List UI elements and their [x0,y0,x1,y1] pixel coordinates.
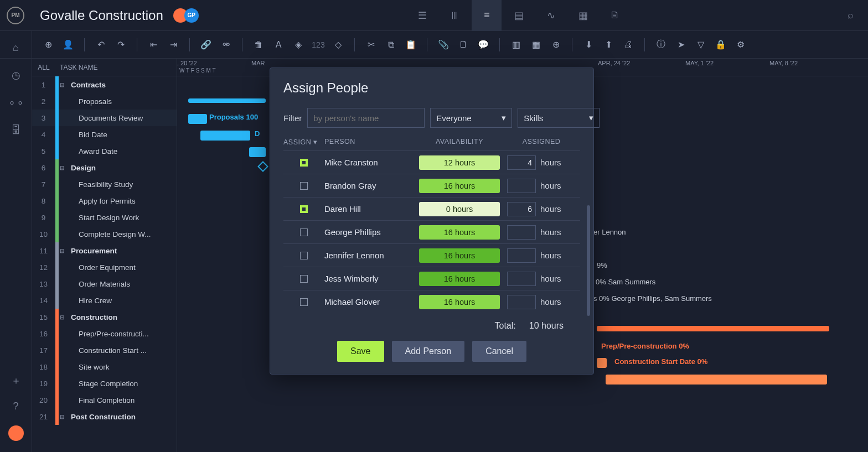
col-all[interactable]: ALL [32,64,55,71]
indent-icon[interactable]: ⇥ [165,37,182,53]
task-row[interactable]: 4 Bid Date [32,126,177,143]
user-avatar[interactable] [8,425,24,441]
gantt-view-icon[interactable]: ≡ [472,0,502,31]
user-add-icon[interactable]: 👤 [60,37,76,53]
list-view-icon[interactable]: ☰ [407,0,437,31]
collapse-icon[interactable]: ⊟ [60,248,68,254]
filter-input[interactable] [307,108,425,128]
gantt-bar[interactable] [606,375,827,385]
export-icon[interactable]: ⬆ [600,37,617,53]
app-logo[interactable]: PM [7,7,24,24]
sheet-view-icon[interactable]: ▤ [504,0,534,31]
task-row[interactable]: 19 Stage Completion [32,375,177,392]
add-icon[interactable]: ⊕ [40,37,56,53]
hours-input[interactable] [507,202,536,216]
col-assign[interactable]: ASSIGN ▾ [283,138,324,146]
team-icon[interactable]: ⚬⚬ [8,97,24,109]
gantt-bar[interactable] [188,114,207,124]
unlink-icon[interactable]: ⚮ [218,37,234,53]
task-row[interactable]: 8 Apply for Permits [32,193,177,209]
copy-icon[interactable]: ⧉ [383,37,399,53]
filter-icon[interactable]: ▽ [693,37,709,53]
send-icon[interactable]: ➤ [673,37,689,53]
home-icon[interactable]: ⌂ [13,42,19,54]
help-icon[interactable]: ? [13,401,18,412]
note-icon[interactable]: 🗒 [455,37,472,53]
gantt-bar[interactable] [249,147,266,157]
scrollbar[interactable] [587,205,590,316]
assign-checkbox[interactable] [300,228,308,236]
task-row[interactable]: 17 Construction Start ... [32,342,177,359]
task-row[interactable]: 9 Start Design Work [32,209,177,226]
zoom-icon[interactable]: ⊕ [547,37,564,53]
col-assigned[interactable]: ASSIGNED [503,138,580,146]
number-label[interactable]: 123 [310,37,327,53]
task-row[interactable]: 10 Complete Design W... [32,226,177,242]
task-row[interactable]: 13 Order Materials [32,276,177,292]
diamond-icon[interactable]: ◇ [330,37,347,53]
task-row[interactable]: 18 Site work [32,359,177,375]
redo-icon[interactable]: ↷ [112,37,129,53]
col-person[interactable]: PERSON [324,138,416,146]
task-row[interactable]: 11 ⊟ Procurement [32,242,177,259]
gantt-bar[interactable] [597,358,607,368]
collapse-icon[interactable]: ⊟ [60,82,68,88]
hours-input[interactable] [507,225,536,240]
assign-checkbox[interactable] [300,298,308,306]
col-availability[interactable]: AVAILABILITY [416,138,503,146]
undo-icon[interactable]: ↶ [92,37,109,53]
task-row[interactable]: 7 Feasibility Study [32,176,177,193]
filter-everyone-select[interactable]: Everyone ▾ [430,108,512,128]
add-item-icon[interactable]: ＋ [11,374,21,387]
collapse-icon[interactable]: ⊟ [60,414,68,420]
add-person-button[interactable]: Add Person [392,341,465,362]
file-view-icon[interactable]: 🗎 [600,0,630,31]
hours-input[interactable] [507,179,536,193]
activity-view-icon[interactable]: ∿ [536,0,566,31]
link-icon[interactable]: 🔗 [198,37,214,53]
task-row[interactable]: 15 ⊟ Construction [32,309,177,325]
cut-icon[interactable]: ✂ [363,37,379,53]
portfolio-icon[interactable]: 🗄 [11,124,21,136]
settings-icon[interactable]: ⚙ [732,37,749,53]
import-icon[interactable]: ⬇ [580,37,597,53]
col-task-name[interactable]: TASK NAME [55,64,97,71]
task-row[interactable]: 14 Hire Crew [32,292,177,309]
outdent-icon[interactable]: ⇤ [145,37,162,53]
assign-checkbox[interactable] [300,275,308,283]
assign-checkbox[interactable] [300,182,308,190]
calendar-view-icon[interactable]: ▦ [568,0,598,31]
task-row[interactable]: 2 Proposals [32,93,177,110]
columns-icon[interactable]: ▥ [508,37,524,53]
assign-checkbox[interactable] [300,205,308,213]
cancel-button[interactable]: Cancel [472,341,526,362]
attach-icon[interactable]: 📎 [435,37,452,53]
collapse-icon[interactable]: ⊟ [60,165,68,171]
task-row[interactable]: 3 Documents Review [32,110,177,126]
assign-checkbox[interactable] [300,252,308,259]
gantt-bar[interactable] [188,98,266,103]
save-button[interactable]: Save [337,341,384,362]
hours-input[interactable] [507,272,536,286]
hours-input[interactable] [507,295,536,309]
filter-skills-select[interactable]: Skills ▾ [518,108,600,128]
hours-input[interactable] [507,248,536,263]
grid-icon[interactable]: ▦ [528,37,544,53]
task-row[interactable]: 12 Order Equipment [32,259,177,276]
text-color-icon[interactable]: A [270,37,287,53]
print-icon[interactable]: 🖨 [620,37,637,53]
comment-icon[interactable]: 💬 [475,37,492,53]
info-icon[interactable]: ⓘ [653,37,669,53]
search-icon[interactable]: ⌕ [839,9,861,21]
gantt-bar[interactable] [200,131,250,141]
task-row[interactable]: 6 ⊟ Design [32,159,177,176]
task-row[interactable]: 20 Final Completion [32,392,177,408]
task-row[interactable]: 1 ⊟ Contracts [32,76,177,93]
task-row[interactable]: 5 Award Date [32,143,177,159]
board-view-icon[interactable]: ⫼ [440,0,469,31]
task-row[interactable]: 21 ⊟ Post Construction [32,408,177,425]
tag-icon[interactable]: ◈ [290,37,307,53]
assign-checkbox[interactable] [300,159,308,167]
paste-icon[interactable]: 📋 [402,37,419,53]
lock-icon[interactable]: 🔒 [712,37,729,53]
